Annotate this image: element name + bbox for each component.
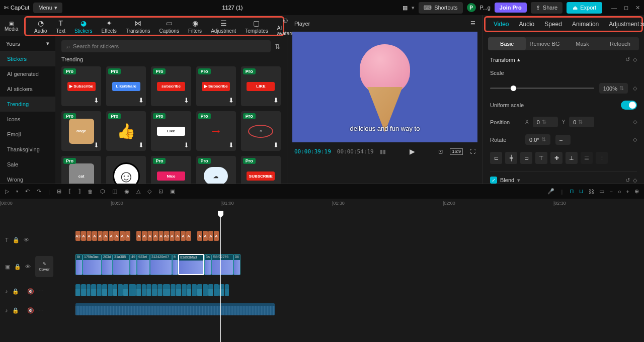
- subtab-removebg[interactable]: Remove BG: [526, 37, 564, 50]
- tab-templates[interactable]: ▢Templates: [240, 19, 273, 34]
- eye-icon[interactable]: 👁: [25, 264, 31, 270]
- category-ai-stickers[interactable]: AI stickers: [0, 81, 55, 97]
- sticker-thumb[interactable]: Procat⬇: [61, 156, 101, 184]
- player-menu-icon[interactable]: ☰: [470, 20, 475, 27]
- preview-icon[interactable]: ▭: [599, 188, 604, 195]
- tab-filters[interactable]: ◉Filters: [184, 19, 206, 34]
- select-dropdown[interactable]: ▾: [16, 189, 18, 194]
- sticker-thumb[interactable]: ProLIKE⬇: [241, 66, 281, 106]
- lock-icon[interactable]: 🔒: [14, 264, 21, 270]
- fullscreen-icon[interactable]: ⛶: [470, 148, 475, 155]
- menu-button[interactable]: Menu ▾: [33, 3, 62, 13]
- more-icon[interactable]: ⋯: [38, 288, 44, 295]
- align-right[interactable]: ⊐: [520, 152, 532, 164]
- sticker-thumb[interactable]: ProSUBSCRIBE⬇: [241, 156, 281, 184]
- keyframe-icon[interactable]: ◇: [633, 136, 637, 143]
- cover-button[interactable]: ✎Cover: [35, 256, 53, 277]
- maximize-icon[interactable]: ◻: [624, 5, 628, 11]
- uniform-scale-toggle[interactable]: [621, 101, 637, 110]
- rotate-dash[interactable]: –: [555, 135, 571, 145]
- align-center-v[interactable]: ✚: [550, 152, 562, 164]
- filter-icon[interactable]: ⇅: [275, 42, 281, 50]
- text-track[interactable]: T🔒👁 A3AAAAAAAAAAAAAAA3AAAAAAAA: [55, 231, 644, 249]
- sticker-thumb[interactable]: Pro→⬇: [196, 111, 236, 151]
- time-ruler[interactable]: |00:00|00:30|01:00|01:30|02:00|02:30: [0, 199, 644, 211]
- close-icon[interactable]: ✕: [635, 5, 640, 11]
- timeline[interactable]: |00:00|00:30|01:00|01:30|02:00|02:30 T🔒👁…: [0, 199, 644, 342]
- tab-text[interactable]: TText: [52, 19, 70, 34]
- sticker-thumb[interactable]: Pro▶ Subscribe⬇: [61, 66, 101, 106]
- prop-tab-animation[interactable]: Animation: [567, 18, 604, 31]
- tab-effects[interactable]: ✦Effects: [97, 19, 121, 34]
- join-pro-button[interactable]: Join Pro: [495, 3, 527, 13]
- reset-icon[interactable]: ↺: [625, 56, 630, 63]
- tab-audio[interactable]: ◔Audio: [30, 19, 52, 34]
- prop-tab-speed[interactable]: Speed: [539, 18, 567, 31]
- category-trending[interactable]: Trending: [0, 97, 55, 112]
- lock-icon[interactable]: 🔒: [13, 237, 20, 243]
- tab-adjustment[interactable]: ☰Adjustment: [206, 19, 240, 34]
- scale-slider[interactable]: [490, 88, 594, 89]
- align-top[interactable]: ⊤: [535, 152, 547, 164]
- sticker-thumb[interactable]: Pro○⬇: [241, 111, 281, 151]
- chevron-down-icon[interactable]: ▾: [412, 5, 415, 11]
- audio-track-2[interactable]: ♪🔒🔇⋯: [55, 303, 644, 317]
- flip-h-icon[interactable]: △: [136, 188, 140, 195]
- link-icon[interactable]: ⊔: [579, 188, 584, 195]
- align-center-h[interactable]: ┿: [505, 152, 517, 164]
- lock-icon[interactable]: 🔒: [12, 288, 19, 295]
- category-wrong[interactable]: Wrong: [0, 172, 55, 184]
- magnet-icon[interactable]: ⊓: [570, 188, 574, 195]
- prop-tab-audio[interactable]: Audio: [514, 18, 539, 31]
- split-tool[interactable]: ⊞: [57, 188, 61, 195]
- mic-icon[interactable]: 🎤: [547, 188, 554, 195]
- chain-icon[interactable]: ⛓: [589, 189, 594, 195]
- position-x-input[interactable]: 0⇅: [533, 117, 558, 127]
- prop-tab-video[interactable]: Video: [489, 18, 514, 31]
- mute-icon[interactable]: 🔇: [27, 307, 34, 314]
- flip-v-icon[interactable]: ◇: [147, 188, 151, 195]
- keyframe-icon[interactable]: ◇: [633, 119, 637, 125]
- sticker-thumb[interactable]: Pro👍⬇: [106, 111, 146, 151]
- shield-icon[interactable]: ⬡: [100, 188, 105, 195]
- select-tool[interactable]: ▷: [5, 188, 9, 195]
- keyframe-icon[interactable]: ◇: [633, 56, 637, 63]
- delete-tool[interactable]: 🗑: [88, 189, 93, 195]
- player-viewport[interactable]: delicious and fun way to: [292, 32, 477, 142]
- align-left[interactable]: ⊏: [490, 152, 502, 164]
- tab-stickers[interactable]: ◕Stickers: [70, 19, 97, 34]
- sticker-thumb[interactable]: ☺⬇: [106, 156, 146, 184]
- export-button[interactable]: ⏏ Export: [567, 2, 602, 14]
- sticker-thumb[interactable]: Prosubscribe⬇: [151, 66, 191, 106]
- prop-tab-adjustment[interactable]: Adjustment≫: [604, 18, 644, 31]
- audio-track-1[interactable]: ♪🔒🔇⋯: [55, 284, 644, 298]
- minimize-icon[interactable]: —: [611, 5, 617, 11]
- subtab-mask[interactable]: Mask: [564, 37, 601, 50]
- lock-icon[interactable]: 🔒: [12, 307, 19, 314]
- sticker-thumb[interactable]: ProLike/Share⬇: [106, 66, 146, 106]
- zoom-in-icon[interactable]: +: [626, 189, 629, 195]
- category-stickers[interactable]: Stickers: [0, 51, 55, 66]
- scale-value[interactable]: 100%⇅: [599, 83, 628, 94]
- zoom-fit-icon[interactable]: ⊕: [634, 188, 639, 195]
- bars-icon[interactable]: ▮▮: [380, 148, 386, 155]
- user-avatar[interactable]: P: [467, 3, 476, 12]
- sticker-thumb[interactable]: ProLike⬇: [151, 111, 191, 151]
- video-track[interactable]: ▣🔒👁🔇⋯ ✎Cover 8t175fa3ac203d31a30549923el…: [55, 254, 644, 279]
- chevron-down-icon[interactable]: ▾: [517, 177, 520, 184]
- play-button[interactable]: ▶: [410, 147, 415, 155]
- trim-left-tool[interactable]: ⟦: [68, 188, 71, 195]
- layout-icon[interactable]: ▦: [403, 5, 408, 11]
- zoom-out-icon[interactable]: −: [609, 189, 612, 195]
- zoom-slider[interactable]: ○: [618, 189, 621, 195]
- mirror-icon[interactable]: ◫: [112, 188, 117, 195]
- sticker-thumb[interactable]: Pro▶ Subscribe⬇: [196, 66, 236, 106]
- keyframe-icon[interactable]: ◇: [633, 177, 637, 184]
- tab-transitions[interactable]: ⋈Transitions: [121, 19, 155, 34]
- category-icons[interactable]: Icons: [0, 112, 55, 127]
- keyframe-icon[interactable]: ◇: [633, 85, 637, 92]
- more-icon[interactable]: ⋯: [38, 307, 44, 314]
- category-sale[interactable]: Sale: [0, 157, 55, 172]
- distribute-v[interactable]: ⋮: [596, 152, 608, 164]
- tab-captions[interactable]: ▭Captions: [154, 19, 183, 34]
